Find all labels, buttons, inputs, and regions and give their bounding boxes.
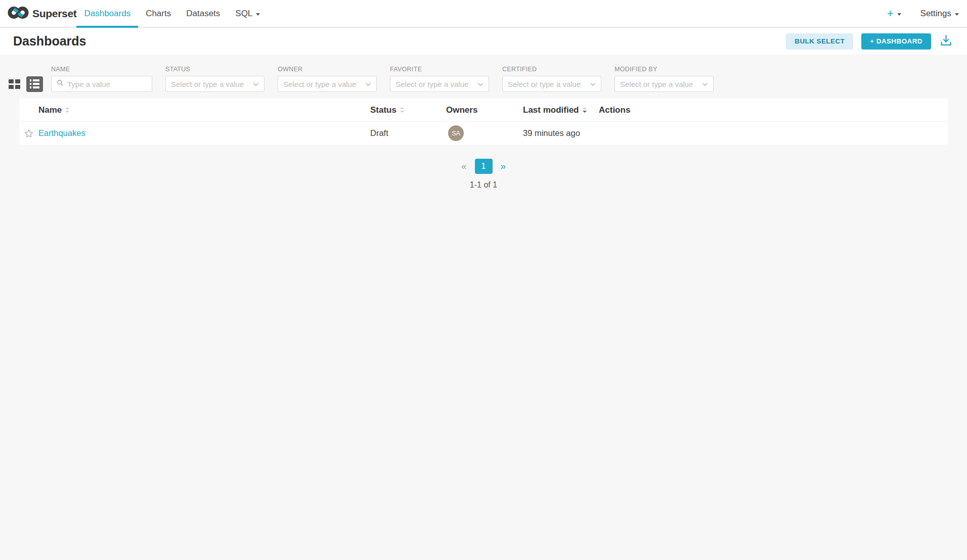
status-cell: Draft — [370, 128, 446, 138]
download-icon — [939, 34, 953, 49]
column-label: Status — [370, 105, 397, 115]
nav-tab-sql[interactable]: SQL — [228, 0, 268, 27]
filter-label: MODIFIED BY — [614, 66, 714, 73]
filter-label: CERTIFIED — [502, 66, 601, 73]
dashboard-link[interactable]: Earthquakes — [38, 128, 85, 137]
column-header-status[interactable]: Status — [370, 105, 446, 115]
certified-filter-select[interactable]: Select or type a value — [502, 76, 601, 92]
filter-certified: CERTIFIED Select or type a value — [502, 66, 601, 92]
pagination-prev-button[interactable]: « — [461, 161, 467, 172]
grid-view-icon — [9, 79, 20, 89]
header-actions: BULK SELECT + DASHBOARD — [786, 33, 953, 50]
column-header-last-modified[interactable]: Last modified — [523, 105, 599, 115]
chevron-down-icon — [477, 79, 484, 88]
filter-owner: OWNER Select or type a value — [278, 66, 377, 92]
settings-menu-button[interactable]: Settings — [920, 9, 959, 19]
nav-tab-label: SQL — [235, 9, 252, 19]
filter-label: OWNER — [278, 66, 377, 73]
page-header: Dashboards BULK SELECT + DASHBOARD — [0, 28, 967, 55]
sort-icon — [65, 107, 69, 113]
import-dashboards-button[interactable] — [939, 34, 953, 49]
sort-desc-icon — [583, 107, 587, 113]
filter-label: FAVORITE — [390, 66, 489, 73]
modified-by-filter-select[interactable]: Select or type a value — [614, 76, 714, 92]
chevron-down-icon — [702, 79, 708, 88]
dashboard-name-cell: Earthquakes — [38, 128, 370, 138]
chevron-down-icon — [365, 79, 371, 88]
favorite-cell — [19, 128, 38, 138]
filter-bar: NAME STATUS Select or type a value OWNE — [0, 55, 967, 92]
column-header-actions: Actions — [599, 105, 948, 115]
nav-tab-datasets[interactable]: Datasets — [179, 0, 228, 27]
favorite-filter-select[interactable]: Select or type a value — [390, 76, 489, 92]
new-dashboard-button[interactable]: + DASHBOARD — [861, 33, 931, 50]
owner-avatar: SA — [448, 125, 464, 141]
dashboards-table: Name Status Owners Last modified Actions — [19, 99, 948, 145]
superset-logo[interactable]: Superset — [0, 0, 76, 27]
column-label: Last modified — [523, 105, 579, 115]
name-filter-box — [51, 76, 152, 92]
nav-tabs: Dashboards Charts Datasets SQL — [76, 0, 268, 27]
table-row: Earthquakes Draft SA 39 minutes ago — [19, 122, 948, 145]
chevron-down-icon — [590, 79, 596, 88]
name-filter-input[interactable] — [67, 80, 147, 88]
navbar: Superset Dashboards Charts Datasets SQL … — [0, 0, 967, 28]
filter-favorite: FAVORITE Select or type a value — [390, 66, 489, 92]
navbar-right: + Settings — [887, 0, 967, 27]
star-icon[interactable] — [24, 128, 34, 138]
column-label: Owners — [446, 105, 477, 115]
column-header-name[interactable]: Name — [38, 105, 370, 115]
sort-icon — [400, 107, 404, 113]
view-mode-toggles — [9, 76, 43, 92]
nav-tab-charts[interactable]: Charts — [138, 0, 179, 27]
pagination-next-button[interactable]: » — [501, 161, 506, 172]
settings-label: Settings — [920, 9, 951, 19]
nav-tab-label: Dashboards — [84, 9, 130, 19]
nav-tab-label: Charts — [146, 9, 171, 19]
filter-modified-by: MODIFIED BY Select or type a value — [614, 66, 714, 92]
pagination: « 1 » — [0, 159, 967, 174]
plus-icon: + — [887, 7, 894, 20]
owner-filter-select[interactable]: Select or type a value — [278, 76, 377, 92]
list-view-icon — [30, 79, 40, 88]
nav-tab-label: Datasets — [186, 9, 220, 19]
chevron-down-icon — [955, 13, 959, 16]
chevron-down-icon — [253, 79, 259, 88]
list-view-toggle[interactable] — [26, 76, 43, 92]
bulk-select-button[interactable]: BULK SELECT — [786, 33, 853, 50]
column-label: Name — [38, 105, 62, 115]
column-label: Actions — [599, 105, 630, 115]
status-filter-select[interactable]: Select or type a value — [165, 76, 265, 92]
nav-tab-dashboards[interactable]: Dashboards — [76, 0, 138, 27]
owners-cell: SA — [446, 125, 523, 141]
select-placeholder: Select or type a value — [508, 80, 590, 88]
select-placeholder: Select or type a value — [620, 80, 702, 88]
chevron-down-icon — [256, 13, 260, 16]
table-header-row: Name Status Owners Last modified Actions — [19, 99, 948, 122]
card-view-toggle[interactable] — [9, 79, 20, 89]
pagination-summary: 1-1 of 1 — [0, 180, 967, 190]
pagination-page-1-button[interactable]: 1 — [475, 159, 493, 174]
filter-label: STATUS — [165, 66, 265, 73]
chevron-down-icon — [897, 13, 901, 16]
select-placeholder: Select or type a value — [395, 80, 477, 88]
search-icon — [57, 79, 64, 88]
last-modified-cell: 39 minutes ago — [523, 128, 599, 138]
select-placeholder: Select or type a value — [283, 80, 365, 88]
superset-app: Superset Dashboards Charts Datasets SQL … — [0, 0, 967, 560]
filter-name: NAME — [51, 66, 152, 92]
page-title: Dashboards — [13, 34, 86, 49]
filter-status: STATUS Select or type a value — [165, 66, 265, 92]
select-placeholder: Select or type a value — [171, 80, 253, 88]
infinity-logo-icon — [8, 6, 29, 22]
filter-label: NAME — [51, 66, 152, 73]
new-item-menu-button[interactable]: + — [887, 7, 901, 20]
column-header-owners: Owners — [446, 105, 523, 115]
brand-name: Superset — [32, 8, 76, 20]
